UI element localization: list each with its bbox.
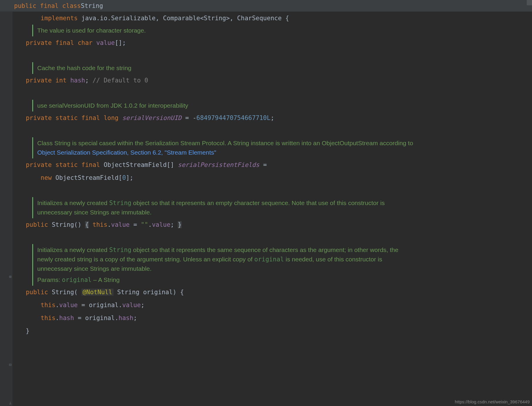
javadoc-comment: Class String is special cased within the… — [32, 137, 414, 158]
code-line: private int hash; // Default to 0 — [15, 74, 532, 87]
javadoc-comment: use serialVersionUID from JDK 1.0.2 for … — [32, 100, 414, 111]
code-editor[interactable]: implements java.io.Serializable, Compara… — [12, 12, 532, 406]
code-line: this.hash = original.hash; — [15, 312, 532, 324]
blank-line — [15, 124, 532, 137]
code-line: public String() { this.value = "".value;… — [15, 218, 532, 231]
javadoc-comment: The value is used for character storage. — [32, 25, 414, 36]
blank-line — [15, 184, 532, 197]
fold-end-icon[interactable]: ⊥ — [8, 401, 12, 405]
javadoc-comment: Cache the hash code for the string — [32, 62, 414, 74]
watermark: https://blog.csdn.net/weixin_39676449 — [455, 399, 530, 404]
blank-line — [15, 49, 532, 62]
javadoc-comment: Initializes a newly created String objec… — [32, 197, 414, 218]
code-line: private final char value[]; — [15, 36, 532, 49]
javadoc-link[interactable]: Object Serialization Specification, Sect… — [37, 149, 216, 156]
code-line: } — [15, 324, 532, 337]
annotation-notnull: @NotNull — [82, 289, 113, 296]
blank-line — [15, 87, 532, 100]
breadcrumb[interactable]: public final class String — [0, 0, 532, 12]
breadcrumb-modifiers: public final class — [14, 2, 81, 9]
breadcrumb-classname: String — [81, 2, 103, 9]
scrollbar-corner[interactable] — [527, 0, 532, 5]
code-line: private static final ObjectStreamField[]… — [15, 158, 532, 171]
javadoc-comment: Initializes a newly created String objec… — [32, 244, 414, 286]
code-line: new ObjectStreamField[0]; — [15, 171, 532, 184]
code-line: private static final long serialVersionU… — [15, 111, 532, 124]
fold-expand-icon[interactable]: ⊞ — [8, 275, 12, 279]
editor-gutter: ⊞ ⊟ ⊥ — [0, 12, 12, 406]
code-line: this.value = original.value; — [15, 299, 532, 312]
code-line: implements java.io.Serializable, Compara… — [15, 12, 532, 25]
code-line: public String( @NotNull String original)… — [15, 286, 532, 299]
fold-collapse-icon[interactable]: ⊟ — [8, 363, 12, 367]
blank-line — [15, 231, 532, 244]
